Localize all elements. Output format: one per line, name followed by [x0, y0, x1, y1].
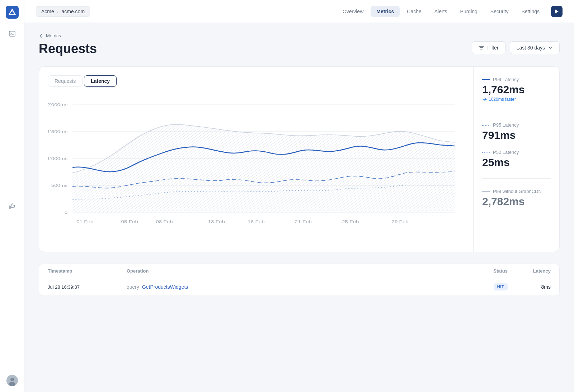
play-button[interactable] [551, 6, 563, 17]
svg-text:08 Feb: 08 Feb [156, 219, 173, 224]
sidebar [0, 0, 24, 392]
chart-main: Requests Latency 2'000ms 1'500ms [39, 67, 473, 252]
op-name[interactable]: GetProductsWidgets [142, 284, 188, 290]
chart-svg: 2'000ms 1'500ms 1'000ms 500ms 0 [48, 94, 465, 245]
top-nav: Acme › acme.com OverviewMetricsCacheAler… [24, 0, 574, 23]
stat-p99-no-cdn: P99 without GraphCDN 2,782ms [482, 189, 551, 207]
page-title: Requests [39, 41, 472, 56]
app-logo[interactable] [6, 6, 19, 19]
stat-p50-value: 25ms [482, 156, 551, 168]
stat-p99-value: 1,762ms [482, 84, 551, 95]
stat-p99-label: P99 Latency [493, 77, 519, 82]
main-content: Acme › acme.com OverviewMetricsCacheAler… [24, 0, 574, 392]
breadcrumb: Acme › acme.com [36, 6, 90, 17]
svg-text:25 Feb: 25 Feb [342, 219, 359, 224]
stat-p99-no-cdn-line-indicator [482, 191, 490, 192]
status-badge: HIT [494, 283, 508, 291]
stat-p95-value: 791ms [482, 129, 551, 141]
stat-divider-1 [482, 112, 551, 112]
col-latency: Latency [508, 268, 551, 274]
stat-p99-badge: 1020ms faster [482, 97, 551, 102]
stat-p99-line-indicator [482, 79, 490, 80]
stat-p99-no-cdn-label: P99 without GraphCDN [493, 189, 542, 194]
back-link-label: Metrics [46, 33, 61, 38]
filter-label: Filter [487, 45, 498, 51]
breadcrumb-pill[interactable]: Acme › acme.com [36, 6, 90, 17]
row-latency: 8ms [508, 284, 551, 290]
stat-p99-no-cdn-value: 2,782ms [482, 195, 551, 207]
svg-text:1'500ms: 1'500ms [48, 129, 68, 134]
page-header: Requests Filter Last 30 days [39, 41, 560, 56]
stat-p95-label-row: P95 Latency [482, 122, 551, 128]
nav-link-alerts[interactable]: Alerts [429, 6, 453, 17]
nav-link-cache[interactable]: Cache [401, 6, 427, 17]
breadcrumb-parent: Acme [41, 9, 54, 14]
stat-p95-line-indicator [482, 125, 490, 126]
stat-p99: P99 Latency 1,762ms 1020ms faster [482, 77, 551, 102]
stat-p99-no-cdn-label-row: P99 without GraphCDN [482, 189, 551, 194]
op-type: query [127, 284, 139, 290]
svg-point-4 [9, 382, 15, 386]
stat-p99-badge-text: 1020ms faster [489, 97, 516, 102]
svg-text:13 Feb: 13 Feb [208, 219, 225, 224]
stat-p95: P95 Latency 791ms [482, 122, 551, 141]
svg-text:01 Feb: 01 Feb [76, 219, 93, 224]
thumbs-up-icon[interactable] [6, 200, 19, 213]
page-actions: Filter Last 30 days [472, 41, 560, 54]
stat-divider-2 [482, 178, 551, 179]
terminal-icon[interactable] [6, 27, 19, 40]
stat-p99-label-row: P99 Latency [482, 77, 551, 82]
table-row: Jul 28 16:39:37 query GetProductsWidgets… [39, 278, 559, 296]
back-link[interactable]: Metrics [39, 33, 560, 38]
data-table: Timestamp Operation Status Latency Jul 2… [39, 264, 560, 296]
stat-p50-label: P50 Latency [493, 150, 519, 155]
nav-link-purging[interactable]: Purging [455, 6, 483, 17]
chart-stats: P99 Latency 1,762ms 1020ms faster [473, 67, 559, 252]
table-header: Timestamp Operation Status Latency [39, 264, 559, 278]
page-content: Metrics Requests Filter Last 30 days [24, 23, 574, 392]
user-avatar[interactable] [6, 375, 18, 386]
col-status: Status [465, 268, 508, 274]
svg-text:16 Feb: 16 Feb [248, 219, 264, 224]
chart-card: Requests Latency 2'000ms 1'500ms [39, 66, 560, 252]
breadcrumb-separator: › [57, 9, 59, 14]
svg-text:29 Feb: 29 Feb [391, 219, 408, 224]
stat-p50: P50 Latency 25ms [482, 150, 551, 168]
date-range-label: Last 30 days [517, 45, 545, 51]
nav-link-settings[interactable]: Settings [516, 6, 545, 17]
svg-text:05 Feb: 05 Feb [121, 219, 138, 224]
svg-text:1'000ms: 1'000ms [48, 156, 68, 161]
row-operation: query GetProductsWidgets [127, 284, 465, 290]
svg-text:0: 0 [65, 210, 67, 214]
svg-rect-1 [9, 31, 15, 36]
chart-area: 2'000ms 1'500ms 1'000ms 500ms 0 [48, 94, 465, 246]
stat-p95-label: P95 Latency [493, 122, 519, 128]
nav-link-security[interactable]: Security [485, 6, 514, 17]
col-operation: Operation [127, 268, 465, 274]
row-status: HIT [465, 283, 508, 291]
svg-text:2'000ms: 2'000ms [48, 103, 68, 107]
row-timestamp: Jul 28 16:39:37 [48, 284, 127, 290]
filter-button[interactable]: Filter [472, 41, 505, 54]
stat-p50-label-row: P50 Latency [482, 150, 551, 155]
svg-text:500ms: 500ms [51, 183, 68, 188]
svg-rect-0 [6, 6, 19, 19]
nav-link-metrics[interactable]: Metrics [371, 6, 400, 17]
stat-p50-line-indicator [482, 152, 490, 153]
chart-tabs: Requests Latency [48, 75, 465, 87]
nav-links: OverviewMetricsCacheAlertsPurgingSecurit… [337, 6, 545, 17]
svg-text:21 Feb: 21 Feb [295, 219, 312, 224]
nav-link-overview[interactable]: Overview [337, 6, 369, 17]
tab-requests[interactable]: Requests [48, 75, 83, 87]
svg-point-3 [10, 378, 14, 381]
date-range-button[interactable]: Last 30 days [510, 41, 560, 54]
col-timestamp: Timestamp [48, 268, 127, 274]
tab-latency[interactable]: Latency [84, 75, 117, 87]
breadcrumb-current: acme.com [61, 9, 85, 14]
